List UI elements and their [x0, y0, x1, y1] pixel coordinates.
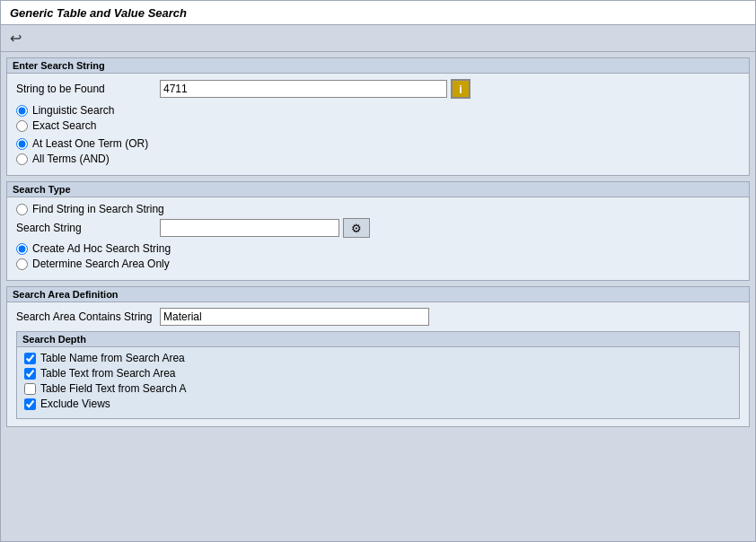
exclude-views-label[interactable]: Exclude Views [40, 398, 110, 410]
exclude-views-checkbox[interactable] [24, 398, 36, 410]
at-least-one-radio[interactable] [16, 138, 28, 150]
find-string-radio[interactable] [16, 204, 28, 215]
exact-search-radio-row: Exact Search [16, 119, 740, 132]
main-window: Generic Table and Value Search ↩ Enter S… [0, 0, 756, 542]
table-text-checkbox-row: Table Text from Search Area [24, 367, 732, 380]
create-adhoc-radio-row: Create Ad Hoc Search String [16, 242, 740, 255]
search-area-section: Search Area Definition Search Area Conta… [6, 286, 750, 427]
string-to-be-found-input[interactable] [160, 80, 447, 98]
at-least-one-radio-row: At Least One Term (OR) [16, 137, 740, 150]
create-adhoc-radio[interactable] [16, 243, 28, 255]
search-area-header: Search Area Definition [7, 287, 749, 302]
search-area-contains-input[interactable] [160, 308, 429, 326]
at-least-one-label[interactable]: At Least One Term (OR) [32, 137, 148, 150]
table-name-checkbox[interactable] [24, 353, 36, 364]
enter-search-string-body: String to be Found i Linguistic Search E… [7, 74, 749, 175]
string-to-be-found-row: String to be Found i [16, 79, 740, 99]
string-to-be-found-label: String to be Found [16, 83, 160, 95]
exact-search-label[interactable]: Exact Search [32, 119, 96, 132]
exclude-views-checkbox-row: Exclude Views [24, 398, 732, 410]
search-string-button[interactable]: ⚙ [343, 218, 370, 238]
table-name-checkbox-row: Table Name from Search Area [24, 352, 732, 364]
search-string-field-row: Search String ⚙ [16, 218, 740, 238]
table-text-label[interactable]: Table Text from Search Area [40, 367, 176, 380]
table-field-checkbox-row: Table Field Text from Search A [24, 382, 732, 395]
title-bar: Generic Table and Value Search [1, 1, 755, 25]
search-depth-header: Search Depth [17, 332, 739, 347]
wrench-icon: ⚙ [351, 222, 362, 235]
linguistic-search-radio-row: Linguistic Search [16, 104, 740, 117]
search-area-contains-row: Search Area Contains String [16, 308, 740, 326]
search-depth-subsection: Search Depth Table Name from Search Area… [16, 331, 740, 419]
exact-search-radio[interactable] [16, 120, 28, 132]
search-string-field-label: Search String [16, 222, 160, 234]
search-area-body: Search Area Contains String Search Depth… [7, 302, 749, 426]
linguistic-search-radio[interactable] [16, 105, 28, 117]
enter-search-string-section: Enter Search String String to be Found i… [6, 57, 750, 176]
main-content: Enter Search String String to be Found i… [1, 52, 755, 433]
all-terms-label[interactable]: All Terms (AND) [32, 153, 110, 165]
create-adhoc-label[interactable]: Create Ad Hoc Search String [32, 242, 171, 255]
determine-search-area-radio-row: Determine Search Area Only [16, 258, 740, 270]
back-icon[interactable]: ↩ [6, 30, 24, 48]
find-string-label[interactable]: Find String in Search String [32, 203, 164, 215]
search-string-input[interactable] [160, 219, 339, 237]
term-mode-group: At Least One Term (OR) All Terms (AND) [16, 137, 740, 165]
search-mode-group: Linguistic Search Exact Search [16, 104, 740, 132]
search-type-header: Search Type [7, 182, 749, 197]
determine-search-area-radio[interactable] [16, 258, 28, 270]
all-terms-radio-row: All Terms (AND) [16, 153, 740, 165]
table-name-label[interactable]: Table Name from Search Area [40, 352, 185, 364]
search-area-contains-label: Search Area Contains String [16, 310, 160, 323]
all-terms-radio[interactable] [16, 153, 28, 165]
search-type-body: Find String in Search String Search Stri… [7, 197, 749, 280]
table-text-checkbox[interactable] [24, 368, 36, 380]
toolbar: ↩ [1, 25, 755, 52]
table-field-label[interactable]: Table Field Text from Search A [40, 382, 187, 395]
enter-search-string-header: Enter Search String [7, 58, 749, 74]
info-button[interactable]: i [451, 79, 470, 99]
linguistic-search-label[interactable]: Linguistic Search [32, 104, 114, 117]
table-field-checkbox[interactable] [24, 383, 36, 395]
search-type-section: Search Type Find String in Search String… [6, 181, 750, 281]
window-title: Generic Table and Value Search [10, 6, 187, 20]
determine-search-area-label[interactable]: Determine Search Area Only [32, 258, 170, 270]
find-string-radio-row: Find String in Search String [16, 203, 740, 215]
search-depth-body: Table Name from Search Area Table Text f… [17, 347, 739, 418]
